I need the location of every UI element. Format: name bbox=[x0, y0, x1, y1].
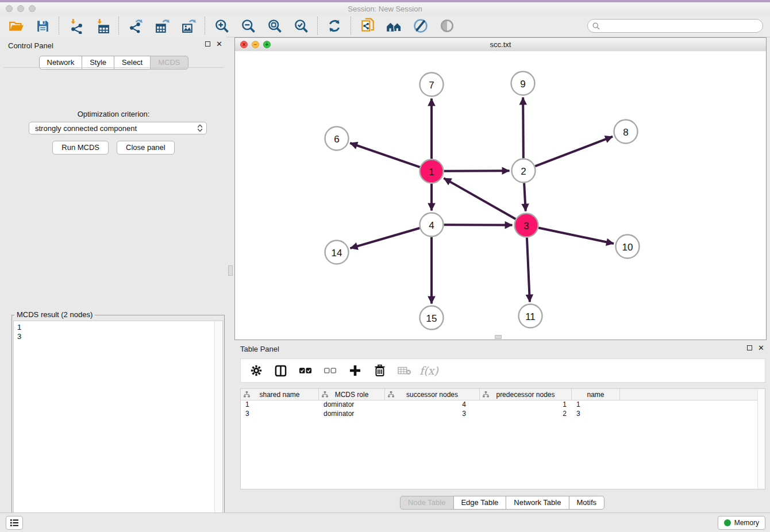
graph-edge-1-6[interactable] bbox=[350, 143, 420, 167]
zoom-out-button[interactable] bbox=[238, 17, 259, 35]
cell-name[interactable]: 1 bbox=[572, 400, 620, 410]
maximize-view-button[interactable]: + bbox=[263, 41, 271, 48]
cell-predecessor-nodes[interactable]: 2 bbox=[480, 410, 572, 419]
graph-edge-3-11[interactable] bbox=[527, 237, 530, 302]
memory-button[interactable]: Memory bbox=[718, 516, 765, 530]
function-builder-button[interactable]: f(x) bbox=[418, 361, 440, 380]
criterion-select[interactable]: strongly connected component bbox=[29, 122, 207, 134]
tab-motifs[interactable]: Motifs bbox=[568, 496, 605, 510]
cell-predecessor-nodes[interactable]: 1 bbox=[480, 400, 572, 410]
column-header-successor-nodes[interactable]: successor nodes bbox=[385, 389, 480, 400]
export-image-icon bbox=[181, 18, 197, 34]
add-row-button[interactable] bbox=[344, 361, 365, 380]
graph-edge-3-1[interactable] bbox=[444, 178, 515, 219]
network-canvas[interactable]: 7968124314101511 bbox=[235, 51, 766, 340]
checked-boxes-icon bbox=[299, 367, 312, 375]
import-table-button[interactable] bbox=[92, 17, 113, 35]
open-session-button[interactable] bbox=[6, 17, 26, 35]
zoom-in-button[interactable] bbox=[211, 17, 232, 35]
cell-successor-nodes[interactable]: 4 bbox=[385, 400, 480, 410]
export-image-button[interactable] bbox=[178, 17, 199, 35]
table-scrollbar[interactable] bbox=[757, 389, 765, 489]
attribute-tree-icon bbox=[244, 391, 250, 398]
first-neighbors-button[interactable] bbox=[384, 17, 405, 35]
graph-edge-4-14[interactable] bbox=[351, 228, 420, 248]
graph-edge-2-8[interactable] bbox=[535, 137, 613, 167]
graph-node-label: 2 bbox=[521, 166, 526, 177]
zoom-window-button[interactable] bbox=[29, 5, 36, 12]
column-header-predecessor-nodes[interactable]: predecessor nodes bbox=[480, 389, 572, 400]
style-brush-button[interactable] bbox=[410, 17, 431, 35]
tab-node-table[interactable]: Node Table bbox=[400, 496, 454, 510]
graph-edge-4-3[interactable] bbox=[444, 225, 512, 225]
zoom-fit-button[interactable] bbox=[264, 17, 285, 35]
tab-edge-table[interactable]: Edge Table bbox=[453, 496, 506, 510]
close-view-button[interactable]: × bbox=[240, 41, 248, 48]
table-row[interactable]: 3 dominator 3 2 3 bbox=[241, 410, 765, 419]
graph-edge-1-2[interactable] bbox=[444, 171, 509, 171]
app-titlebar[interactable]: Session: New Session bbox=[0, 2, 770, 15]
memory-label: Memory bbox=[734, 519, 759, 527]
graph-node-label: 14 bbox=[332, 248, 342, 259]
minimize-window-button[interactable] bbox=[17, 5, 24, 12]
memory-status-dot bbox=[724, 519, 731, 526]
table-panel: Table Panel ✕ bbox=[234, 343, 770, 509]
close-window-button[interactable] bbox=[6, 5, 13, 12]
float-panel-icon[interactable] bbox=[205, 41, 210, 47]
column-header-mcds-role[interactable]: MCDS role bbox=[319, 389, 385, 400]
deselect-all-button[interactable] bbox=[319, 361, 341, 380]
close-panel-button[interactable]: Close panel bbox=[117, 141, 175, 155]
minimize-view-button[interactable]: − bbox=[252, 41, 259, 48]
graph-edge-2-9[interactable] bbox=[523, 97, 523, 158]
cell-shared-name[interactable]: 3 bbox=[241, 410, 319, 419]
search-icon bbox=[592, 22, 600, 30]
delete-rows-button[interactable] bbox=[369, 361, 390, 380]
network-window-titlebar[interactable]: scc.txt × − + bbox=[235, 38, 766, 52]
float-table-panel-icon[interactable] bbox=[747, 345, 752, 350]
delete-table-button[interactable] bbox=[394, 361, 415, 380]
show-graphics-details-button[interactable] bbox=[437, 17, 457, 35]
cell-name[interactable]: 3 bbox=[572, 410, 620, 419]
graph-edge-3-10[interactable] bbox=[538, 228, 614, 244]
cell-successor-nodes[interactable]: 3 bbox=[385, 410, 480, 419]
close-panel-icon[interactable]: ✕ bbox=[216, 41, 222, 47]
zoom-in-icon bbox=[214, 18, 230, 34]
apply-layout-button[interactable] bbox=[324, 17, 345, 35]
graph-node-label: 7 bbox=[429, 80, 434, 91]
attribute-tree-icon bbox=[388, 391, 394, 398]
search-field[interactable] bbox=[587, 19, 763, 33]
graph-node-label: 15 bbox=[426, 313, 437, 324]
table-header-row: shared name MCDS role successor nodes bbox=[241, 389, 765, 400]
graph-node-label: 11 bbox=[525, 311, 536, 322]
column-header-name[interactable]: name bbox=[572, 389, 620, 400]
search-input[interactable] bbox=[603, 21, 758, 30]
export-table-icon bbox=[155, 18, 170, 34]
cell-mcds-role[interactable]: dominator bbox=[319, 400, 385, 410]
export-table-button[interactable] bbox=[152, 17, 172, 35]
panel-splitter-grip[interactable] bbox=[228, 265, 233, 276]
run-mcds-button[interactable]: Run MCDS bbox=[52, 141, 109, 155]
task-history-button[interactable] bbox=[6, 516, 23, 530]
cell-mcds-role[interactable]: dominator bbox=[319, 410, 385, 419]
table-panel-title: Table Panel bbox=[240, 345, 279, 353]
style-brush-icon bbox=[413, 18, 429, 34]
select-all-button[interactable] bbox=[295, 361, 316, 380]
new-network-from-selection-button[interactable] bbox=[357, 17, 378, 35]
mcds-result-textarea[interactable]: 1 3 bbox=[13, 321, 223, 532]
unchecked-boxes-icon bbox=[324, 367, 337, 375]
table-row[interactable]: 1 dominator 4 1 1 bbox=[241, 400, 765, 410]
control-panel: Control Panel ✕ Network Style Select MCD… bbox=[0, 37, 227, 512]
column-header-shared-name[interactable]: shared name bbox=[241, 389, 319, 400]
table-settings-button[interactable] bbox=[245, 361, 267, 380]
export-network-button[interactable] bbox=[125, 17, 146, 35]
import-network-button[interactable] bbox=[66, 17, 86, 35]
save-session-button[interactable] bbox=[32, 17, 53, 35]
cell-shared-name[interactable]: 1 bbox=[241, 400, 319, 410]
result-scrollbar[interactable] bbox=[214, 321, 222, 532]
zoom-selected-button[interactable] bbox=[291, 17, 311, 35]
window-resize-grip[interactable] bbox=[495, 335, 502, 339]
close-table-panel-icon[interactable]: ✕ bbox=[758, 345, 764, 350]
tab-network-table[interactable]: Network Table bbox=[506, 496, 569, 510]
show-column-panel-button[interactable] bbox=[270, 361, 291, 380]
graph-edge-2-3[interactable] bbox=[524, 183, 526, 211]
